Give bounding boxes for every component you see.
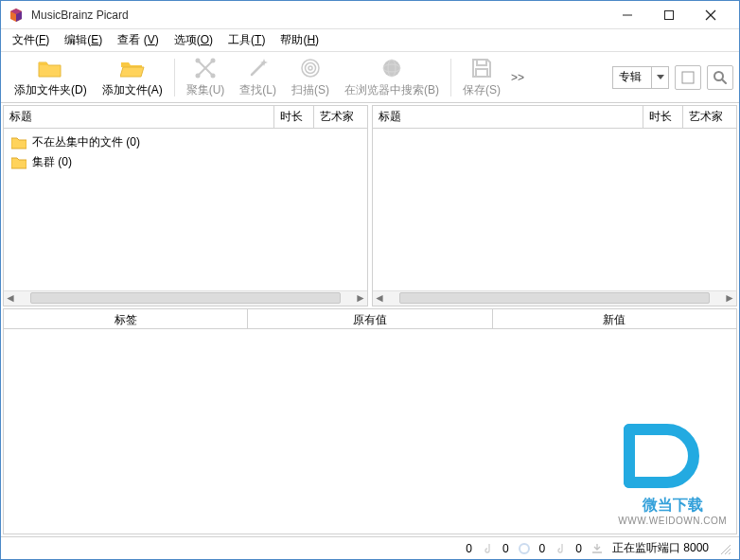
clear-search-button[interactable] (675, 65, 701, 90)
browser-lookup-button[interactable]: 在浏览器中搜索(B) (337, 54, 447, 100)
resize-grip-icon[interactable] (718, 542, 731, 555)
toolbar-separator (174, 59, 175, 96)
col-title[interactable]: 标题 (373, 106, 643, 128)
status-count-2: 0 (502, 542, 509, 555)
wand-icon (247, 57, 270, 79)
main-split: 标题 时长 艺术家 不在丛集中的文件 (0) 集群 (0) ◄ (1, 103, 739, 536)
tag-table-body[interactable]: 微当下载 WWW.WEIDOWN.COM (3, 329, 737, 535)
minimize-icon (622, 9, 633, 21)
search-type-combo[interactable]: 专辑 (612, 66, 669, 89)
col-duration[interactable]: 时长 (643, 106, 683, 128)
svg-point-13 (308, 66, 312, 70)
svg-point-9 (211, 74, 216, 79)
app-logo-icon (9, 8, 24, 23)
col-title[interactable]: 标题 (4, 106, 274, 128)
minimize-button[interactable] (607, 2, 648, 28)
svg-point-7 (211, 59, 216, 63)
folder-icon (11, 156, 26, 169)
add-folder-label: 添加文件夹(D) (14, 82, 87, 98)
combo-dropdown-button[interactable] (651, 67, 668, 88)
save-label: 保存(S) (463, 82, 501, 98)
svg-point-8 (196, 74, 201, 79)
window-controls (607, 2, 731, 28)
cluster-icon (194, 57, 217, 79)
maximize-button[interactable] (648, 2, 690, 28)
left-tree[interactable]: 不在丛集中的文件 (0) 集群 (0) (4, 129, 367, 290)
menu-edit[interactable]: 编辑(E) (57, 30, 110, 50)
svg-point-12 (306, 63, 316, 74)
scroll-thumb[interactable] (30, 292, 341, 304)
download-icon (591, 543, 603, 554)
folder-icon (38, 58, 62, 79)
close-icon (705, 9, 716, 21)
close-button[interactable] (690, 2, 731, 28)
cluster-button[interactable]: 聚集(U) (179, 54, 233, 100)
menu-help[interactable]: 帮助(H) (273, 30, 326, 50)
note-icon (482, 543, 493, 554)
globe-icon (380, 57, 403, 79)
tree-item-clusters[interactable]: 集群 (0) (4, 152, 367, 172)
toolbar-overflow-button[interactable]: >> (508, 71, 527, 84)
clear-icon (681, 71, 695, 84)
save-button[interactable]: 保存(S) (455, 54, 508, 100)
chevron-down-icon (657, 75, 664, 80)
svg-point-6 (196, 59, 201, 63)
titlebar: MusicBrainz Picard (1, 1, 739, 29)
search-button[interactable] (707, 65, 733, 90)
col-tag[interactable]: 标签 (4, 309, 248, 328)
add-file-button[interactable]: 添加文件(A) (95, 54, 170, 100)
svg-point-22 (520, 544, 529, 553)
scroll-right-icon[interactable]: ► (723, 291, 736, 305)
right-tree[interactable] (373, 129, 736, 290)
menu-file[interactable]: 文件(F) (5, 30, 57, 50)
toolbar-separator (450, 59, 451, 96)
status-count-4: 0 (575, 542, 582, 555)
add-file-label: 添加文件(A) (102, 82, 163, 98)
scroll-right-icon[interactable]: ► (354, 291, 367, 305)
menu-tools[interactable]: 工具(T) (220, 30, 273, 50)
statusbar: 0 0 0 0 正在监听端口 8000 (1, 536, 739, 559)
tree-item-label: 不在丛集中的文件 (0) (32, 134, 140, 150)
col-duration[interactable]: 时长 (274, 106, 314, 128)
status-count-3: 0 (539, 542, 546, 555)
scan-button[interactable]: 扫描(S) (284, 54, 337, 100)
save-icon (470, 57, 493, 79)
window-title: MusicBrainz Picard (31, 9, 607, 22)
scan-label: 扫描(S) (291, 82, 329, 98)
scroll-thumb[interactable] (399, 292, 710, 304)
note-icon (555, 543, 566, 554)
status-count-1: 0 (466, 542, 472, 555)
watermark-logo-icon (618, 422, 703, 496)
maximize-icon (663, 9, 675, 21)
status-listening: 正在监听端口 8000 (612, 540, 709, 556)
col-artist[interactable]: 艺术家 (683, 106, 736, 128)
fingerprint-icon (299, 57, 322, 79)
lookup-label: 查找(L) (239, 82, 276, 98)
search-type-value: 专辑 (613, 67, 651, 87)
tree-item-unclustered[interactable]: 不在丛集中的文件 (0) (4, 132, 367, 152)
svg-point-11 (302, 60, 319, 77)
svg-rect-18 (476, 69, 487, 77)
search-icon (713, 70, 728, 85)
scroll-left-icon[interactable]: ◄ (373, 291, 386, 305)
left-column-header: 标题 时长 艺术家 (4, 106, 367, 129)
svg-point-14 (383, 60, 400, 77)
right-h-scrollbar[interactable]: ◄ ► (373, 290, 736, 306)
scroll-left-icon[interactable]: ◄ (4, 291, 17, 305)
col-new-value[interactable]: 新值 (493, 309, 736, 328)
disc-icon (519, 543, 530, 554)
folder-icon (11, 136, 26, 149)
top-split: 标题 时长 艺术家 不在丛集中的文件 (0) 集群 (0) ◄ (1, 103, 739, 308)
col-orig-value[interactable]: 原有值 (248, 309, 492, 328)
menu-options[interactable]: 选项(O) (167, 30, 220, 50)
menu-view[interactable]: 查看 (V) (110, 30, 166, 50)
left-h-scrollbar[interactable]: ◄ ► (4, 290, 367, 306)
lookup-button[interactable]: 查找(L) (232, 54, 284, 100)
col-artist[interactable]: 艺术家 (314, 106, 367, 128)
svg-rect-17 (477, 60, 486, 65)
right-column-header: 标题 时长 艺术家 (373, 106, 736, 129)
watermark: 微当下载 WWW.WEIDOWN.COM (618, 422, 727, 526)
svg-line-10 (252, 62, 264, 75)
add-folder-button[interactable]: 添加文件夹(D) (7, 54, 95, 100)
tag-table-header: 标签 原有值 新值 (3, 308, 737, 329)
